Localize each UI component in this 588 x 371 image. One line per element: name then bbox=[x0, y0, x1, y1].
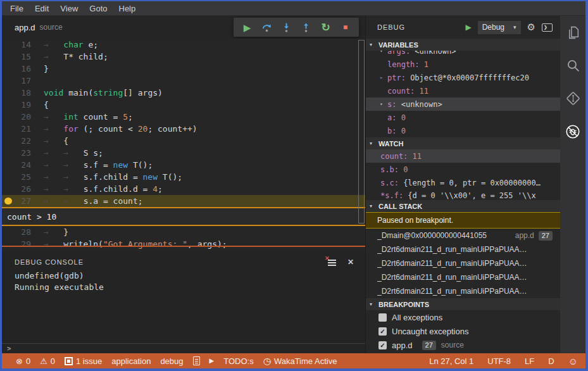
open-console-icon[interactable]: ❯ bbox=[542, 23, 553, 32]
code-line-23[interactable]: 23→ → S s; bbox=[2, 147, 365, 159]
breakpoint-gutter[interactable] bbox=[2, 226, 13, 238]
variable-row[interactable]: length: 1 bbox=[366, 58, 560, 71]
stack-frame[interactable]: _D2rt6dmain211_d_run_mainUiPPaPUAA… bbox=[366, 284, 560, 298]
line-number[interactable]: 29 bbox=[13, 238, 31, 250]
debug-icon[interactable] bbox=[565, 123, 581, 140]
line-number[interactable]: 26 bbox=[13, 183, 31, 195]
line-number[interactable]: 18 bbox=[13, 87, 31, 99]
variable-row[interactable]: count: 11 bbox=[366, 84, 560, 97]
menu-help[interactable]: Help bbox=[113, 4, 142, 13]
line-number[interactable]: 23 bbox=[13, 147, 31, 159]
stack-frame[interactable]: _D2rt6dmain211_d_run_mainUiPPaPUAA… bbox=[366, 242, 560, 256]
code-line-28[interactable]: 28→ } bbox=[2, 226, 365, 238]
line-number[interactable]: 22 bbox=[13, 135, 31, 147]
menu-view[interactable]: View bbox=[54, 4, 84, 13]
watch-row[interactable]: s.b: 0 bbox=[366, 163, 560, 176]
code-line-25[interactable]: 25→ → s.f.child = new T(); bbox=[2, 171, 365, 183]
scrollbar-slider[interactable] bbox=[358, 40, 365, 223]
breakpoint-gutter[interactable] bbox=[2, 159, 13, 171]
breakpoint-gutter[interactable] bbox=[2, 183, 13, 195]
breakpoint-gutter[interactable] bbox=[2, 147, 13, 159]
breakpoint-gutter[interactable] bbox=[2, 75, 13, 87]
search-icon[interactable] bbox=[565, 58, 581, 73]
close-icon[interactable]: ✕ bbox=[347, 258, 354, 267]
code-line-22[interactable]: 22→ { bbox=[2, 135, 365, 147]
line-number[interactable]: 24 bbox=[13, 159, 31, 171]
code-line-29[interactable]: 29→ writeln("Got Arguments: ", args); bbox=[2, 238, 365, 250]
menu-edit[interactable]: Edit bbox=[29, 4, 54, 13]
breakpoint-gutter[interactable] bbox=[2, 171, 13, 183]
checkbox[interactable] bbox=[378, 313, 387, 322]
line-number[interactable]: 17 bbox=[13, 75, 31, 87]
chevron-down-icon[interactable]: ▾ bbox=[380, 101, 387, 107]
variable-row[interactable]: ▹ptr: Object@*0x00007fffffffec20 bbox=[366, 71, 560, 84]
section-header-watch[interactable]: ▾WATCH bbox=[366, 137, 560, 149]
stop-button[interactable]: ■ bbox=[335, 18, 355, 36]
menu-file[interactable]: File bbox=[4, 4, 29, 13]
source-control-icon[interactable] bbox=[565, 91, 581, 106]
watch-row[interactable]: *s.f: {d = 0 '\\x00', e = 255 '\\x bbox=[366, 189, 560, 200]
status-item-debug[interactable]: debug bbox=[160, 356, 183, 366]
breakpoint-gutter[interactable] bbox=[2, 63, 13, 75]
line-number[interactable]: 19 bbox=[13, 99, 31, 111]
breakpoint-gutter[interactable] bbox=[2, 39, 13, 51]
status-item-d[interactable]: D bbox=[548, 356, 554, 366]
gear-icon[interactable]: ⚙ bbox=[527, 22, 535, 33]
checkbox[interactable]: ✓ bbox=[378, 341, 387, 349]
checkbox[interactable]: ✓ bbox=[378, 327, 387, 336]
line-number[interactable]: 25 bbox=[13, 171, 31, 183]
section-header-breakpoints[interactable]: ▾BREAKPOINTS bbox=[366, 298, 560, 310]
start-debug-icon[interactable]: ▶ bbox=[465, 23, 471, 32]
breakpoint-condition-widget[interactable]: count > 10 bbox=[2, 207, 365, 226]
code-line-18[interactable]: 18void main(string[] args) bbox=[2, 87, 365, 99]
status-item-wakatime-active[interactable]: ◷WakaTime Active bbox=[263, 356, 337, 366]
line-number[interactable]: 21 bbox=[13, 123, 31, 135]
continue-button[interactable]: ▶ bbox=[237, 18, 257, 36]
section-header-variables[interactable]: ▾VARIABLES bbox=[366, 39, 560, 51]
chevron-right-icon[interactable]: ▹ bbox=[380, 75, 387, 80]
breakpoint-gutter[interactable] bbox=[2, 195, 13, 207]
watch-row[interactable]: count: 11 bbox=[366, 149, 560, 163]
line-number[interactable]: 27 bbox=[13, 195, 31, 207]
breakpoint-row[interactable]: ✓Uncaught exceptions bbox=[366, 324, 560, 338]
panel-sash[interactable] bbox=[2, 246, 365, 247]
code-line-15[interactable]: 15→ T* child; bbox=[2, 51, 365, 63]
breakpoint-icon[interactable] bbox=[4, 198, 12, 204]
status-item[interactable]: ▶ bbox=[210, 358, 215, 364]
status-item-lf[interactable]: LF bbox=[525, 356, 534, 366]
code-line-24[interactable]: 24→ → s.f = new T(); bbox=[2, 159, 365, 171]
breakpoint-gutter[interactable] bbox=[2, 87, 13, 99]
variable-row[interactable]: ▾args: <unknown> bbox=[366, 51, 560, 58]
variable-row[interactable]: ▾s: <unknown> bbox=[366, 97, 560, 111]
breakpoint-gutter[interactable] bbox=[2, 51, 13, 63]
step-over-button[interactable] bbox=[257, 18, 277, 36]
debug-config-dropdown[interactable]: Debug ▾ bbox=[478, 21, 521, 34]
breakpoint-gutter[interactable] bbox=[2, 99, 13, 111]
line-number[interactable]: 28 bbox=[13, 226, 31, 238]
explorer-icon[interactable] bbox=[565, 25, 581, 41]
status-item-utf-8[interactable]: UTF-8 bbox=[487, 356, 511, 366]
line-number[interactable]: 14 bbox=[13, 39, 31, 51]
status-item[interactable]: ☺ bbox=[568, 356, 578, 366]
breakpoint-row[interactable]: ✓app.d27source bbox=[366, 338, 560, 352]
code-editor[interactable]: 14→ char e;15→ T* child;16}1718void main… bbox=[2, 39, 365, 251]
breakpoint-gutter[interactable] bbox=[2, 111, 13, 123]
editor-scrollbar[interactable] bbox=[357, 39, 365, 226]
line-number[interactable]: 16 bbox=[13, 63, 31, 75]
code-line-17[interactable]: 17 bbox=[2, 75, 365, 87]
code-line-19[interactable]: 19{ bbox=[2, 99, 365, 111]
breakpoint-gutter[interactable] bbox=[2, 238, 13, 250]
line-number[interactable]: 20 bbox=[13, 111, 31, 123]
code-line-16[interactable]: 16} bbox=[2, 63, 365, 75]
status-item-ln-27-col-1[interactable]: Ln 27, Col 1 bbox=[429, 356, 473, 366]
status-item-application[interactable]: application bbox=[111, 356, 151, 366]
menu-goto[interactable]: Goto bbox=[84, 4, 113, 13]
breakpoint-row[interactable]: All exceptions bbox=[366, 310, 560, 324]
code-line-26[interactable]: 26→ → s.f.child.d = 4; bbox=[2, 183, 365, 195]
step-into-button[interactable] bbox=[277, 18, 296, 36]
code-line-20[interactable]: 20→ int count = 5; bbox=[2, 111, 365, 123]
stack-frame[interactable]: _D2rt6dmain211_d_run_mainUiPPaPUAA… bbox=[366, 256, 560, 270]
code-line-21[interactable]: 21→ for (; count < 20; count++) bbox=[2, 123, 365, 135]
tab-app-d[interactable]: app.d source bbox=[2, 16, 72, 39]
status-item-1-issue[interactable]: 1 issue bbox=[65, 356, 102, 366]
